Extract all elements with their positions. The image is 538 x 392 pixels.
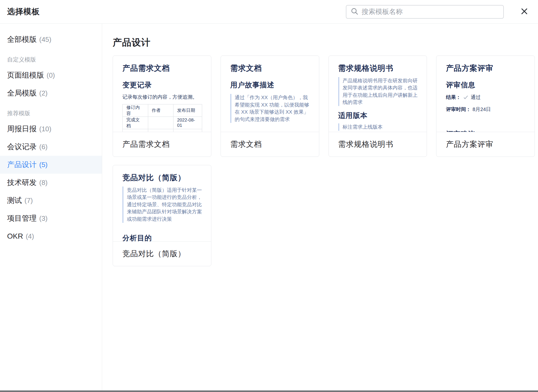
table-header-cell: 发布日期 [173,104,202,117]
template-card-competitor-comparison[interactable]: 竞品对比（简版） 竞品对比（简版）适用于针对某一场景或某一功能进行的竞品分析，通… [113,165,211,266]
result-label: 结果： [446,94,461,101]
modal-title: 选择模板 [7,6,40,17]
preview-heading: 用户故事描述 [230,81,310,89]
sidebar-item-count: (7) [24,197,33,205]
sidebar-item-label: 全局模版 [7,88,37,98]
table-cell: 2022-08-01 [173,117,202,129]
template-preview: 产品方案评审 评审信息 结果： 通过 评审时间： [436,56,535,132]
template-gallery: 产品设计 产品需求文档 变更记录 记录每次修订的内容，方便追溯。 修订内容 作者… [102,24,538,390]
preview-quote: 产品规格说明书用于在研发前向研发同学表述需求的具体内容，也适用于在功能上线后向用… [338,77,418,106]
table-cell [173,129,202,132]
preview-heading: 适用版本 [338,111,418,120]
sidebar-item-testing[interactable]: 测试 (7) [0,192,102,209]
sidebar-item-count: (10) [39,125,51,133]
sidebar-item-weekly-daily-report[interactable]: 周报日报 (10) [0,120,102,138]
category-heading: 产品设计 [113,36,535,49]
preview-result-line: 结果： 通过 [446,94,526,101]
time-value: 8月24日 [472,106,491,113]
table-header-cell: 作者 [148,104,173,117]
table-row [123,129,202,132]
preview-quote: 标注需求上线版本 [338,123,418,131]
template-preview: 需求规格说明书 产品规格说明书用于在研发前向研发同学表述需求的具体内容，也适用于… [329,56,427,132]
sidebar-item-label: 技术研发 [7,178,37,188]
sidebar-item-count: (45) [39,36,51,44]
sidebar-item-label: 产品设计 [7,160,37,170]
template-card-product-review[interactable]: 产品方案评审 评审信息 结果： 通过 评审时间： [436,56,535,157]
check-icon [463,95,469,100]
result-value: 通过 [471,94,481,101]
preview-title: 需求规格说明书 [338,64,418,73]
preview-quote: 通过「作为 XX（用户角色），我希望能实现 XX 功能，以便我能够在 XX 场景… [230,94,310,123]
template-name: 需求规格说明书 [329,132,427,157]
table-cell [148,117,173,129]
preview-title: 产品需求文档 [122,64,202,73]
sidebar-section-recommended-templates: 推荐模版 [0,107,102,120]
search-box[interactable] [346,5,504,19]
sidebar-item-project-management[interactable]: 项目管理 (3) [0,209,102,227]
preview-paragraph: 记录每次修订的内容，方便追溯。 [122,94,202,100]
template-preview: 需求文档 用户故事描述 通过「作为 XX（用户角色），我希望能实现 XX 功能，… [221,56,319,132]
table-cell [148,129,173,132]
sidebar-item-label: 项目管理 [7,213,37,223]
template-name: 产品需求文档 [113,132,211,157]
preview-heading: 变更记录 [122,81,202,89]
template-preview: 竞品对比（简版） 竞品对比（简版）适用于针对某一场景或某一功能进行的竞品分析，通… [113,165,211,242]
sidebar-item-count: (6) [39,143,48,151]
modal-header: 选择模板 [0,0,538,24]
sidebar-item-count: (8) [39,179,48,187]
template-card-requirement-doc[interactable]: 需求文档 用户故事描述 通过「作为 XX（用户角色），我希望能实现 XX 功能，… [221,56,319,157]
table-row: 完成文档 2022-08-01 [123,117,202,129]
template-card-requirement-spec[interactable]: 需求规格说明书 产品规格说明书用于在研发前向研发同学表述需求的具体内容，也适用于… [328,56,427,157]
window-bottom-edge [0,390,538,392]
preview-title: 竞品对比（简版） [122,173,202,182]
search-icon [351,7,358,16]
table-header-cell: 修订内容 [123,104,148,117]
preview-heading-clipped: 评审建议 [446,130,526,132]
sidebar-item-tech-rd[interactable]: 技术研发 (8) [0,174,102,192]
sidebar-item-page-group-templates[interactable]: 页面组模版 (0) [0,66,102,84]
time-label: 评审时间： [446,106,471,113]
table-header-row: 修订内容 作者 发布日期 [123,104,202,117]
preview-title: 需求文档 [230,64,310,73]
template-card-grid: 产品需求文档 变更记录 记录每次修订的内容，方便追溯。 修订内容 作者 发布日期… [113,56,535,266]
template-name: 竞品对比（简版） [113,242,211,266]
sidebar-item-count: (4) [26,232,34,240]
sidebar-item-count: (5) [39,161,48,169]
close-icon [520,7,528,16]
template-name: 产品方案评审 [436,132,535,157]
close-button[interactable] [519,6,530,18]
table-cell [123,129,148,132]
template-preview: 产品需求文档 变更记录 记录每次修订的内容，方便追溯。 修订内容 作者 发布日期… [113,56,211,132]
sidebar-item-label: 会议记录 [7,142,37,152]
template-card-prd[interactable]: 产品需求文档 变更记录 记录每次修订的内容，方便追溯。 修订内容 作者 发布日期… [113,56,211,157]
preview-quote: 竞品对比（简版）适用于针对某一场景或某一功能进行的竞品分析，通过特定场景、特定功… [122,187,202,223]
sidebar-item-meeting-notes[interactable]: 会议记录 (6) [0,138,102,156]
search-input[interactable] [362,8,499,16]
sidebar-item-all-templates[interactable]: 全部模版 (45) [0,31,102,48]
sidebar-item-label: OKR [7,232,23,240]
sidebar-item-label: 全部模版 [7,34,37,44]
sidebar-item-count: (3) [39,214,48,223]
sidebar-item-global-templates[interactable]: 全局模版 (2) [0,84,102,102]
template-name: 需求文档 [221,132,319,157]
sidebar-item-count: (2) [39,89,48,97]
sidebar-item-okr[interactable]: OKR (4) [0,227,102,245]
sidebar-item-count: (0) [47,71,55,79]
sidebar-item-product-design[interactable]: 产品设计 (5) [0,156,102,174]
preview-heading: 评审信息 [446,81,526,89]
preview-table: 修订内容 作者 发布日期 完成文档 2022-08-01 [122,104,202,132]
table-cell: 完成文档 [123,117,148,129]
sidebar-item-label: 测试 [7,195,22,205]
sidebar-section-custom-templates: 自定义模版 [0,53,102,66]
preview-title: 产品方案评审 [446,64,526,73]
sidebar: 全部模版 (45) 自定义模版 页面组模版 (0) 全局模版 (2) 推荐模版 … [0,24,102,390]
sidebar-item-label: 周报日报 [7,124,37,134]
preview-heading: 分析目的 [122,234,202,242]
sidebar-item-label: 页面组模版 [7,70,44,80]
preview-time-line: 评审时间： 8月24日 [446,106,526,113]
